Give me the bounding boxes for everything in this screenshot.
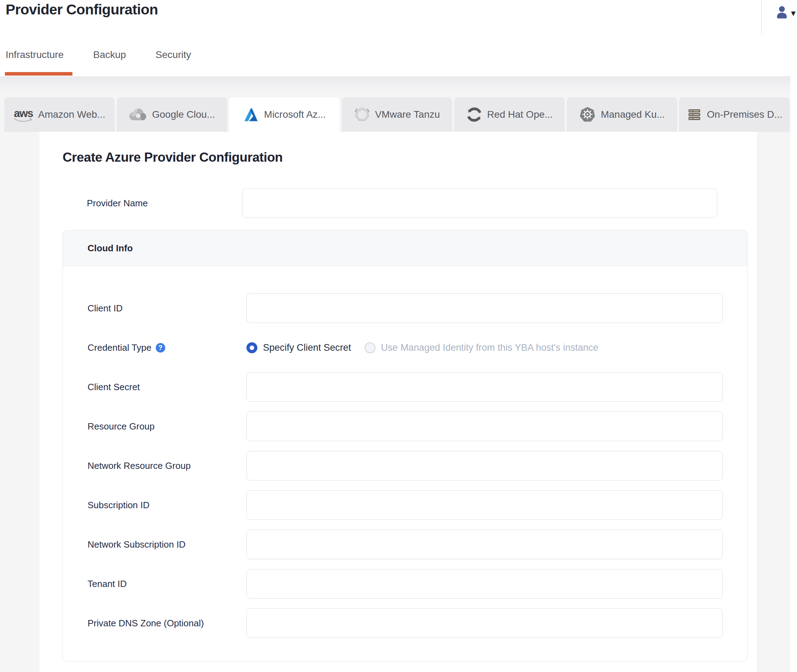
private-dns-zone-row: Private DNS Zone (Optional) bbox=[88, 608, 723, 638]
client-id-label: Client ID bbox=[88, 303, 246, 314]
cloud-info-card: Cloud Info Client ID Credential Type ? S… bbox=[62, 230, 747, 661]
provider-name-row: Provider Name bbox=[87, 189, 717, 218]
page-title: Provider Configuration bbox=[6, 2, 158, 18]
provider-tab-kubernetes[interactable]: Managed Ku... bbox=[567, 98, 677, 132]
cloud-info-title: Cloud Info bbox=[88, 243, 133, 254]
radio-selected-icon[interactable] bbox=[246, 342, 257, 353]
server-rack-icon bbox=[687, 107, 702, 122]
credential-type-row: Credential Type ? Specify Client Secret … bbox=[88, 333, 723, 362]
cloud-info-body: Client ID Credential Type ? Specify Clie… bbox=[63, 266, 747, 638]
radio-use-managed-identity: Use Managed Identity from this YBA host'… bbox=[365, 342, 599, 353]
tenant-id-row: Tenant ID bbox=[88, 569, 723, 598]
network-resource-group-input[interactable] bbox=[246, 451, 723, 480]
user-icon bbox=[774, 16, 790, 21]
client-secret-row: Client Secret bbox=[88, 372, 723, 402]
credential-type-label: Credential Type ? bbox=[88, 342, 246, 353]
subscription-id-label: Subscription ID bbox=[88, 500, 246, 511]
client-id-row: Client ID bbox=[88, 293, 723, 323]
resource-group-input[interactable] bbox=[246, 411, 723, 441]
network-resource-group-label: Network Resource Group bbox=[88, 461, 246, 471]
network-resource-group-row: Network Resource Group bbox=[88, 451, 723, 480]
form-heading: Create Azure Provider Configuration bbox=[62, 150, 283, 165]
provider-tab-gcp[interactable]: Google Clou... bbox=[117, 98, 227, 132]
vmware-tanzu-icon bbox=[354, 107, 370, 123]
provider-tab-aws[interactable]: aws Amazon Web... bbox=[4, 98, 115, 132]
user-menu-caret-icon[interactable]: ▾ bbox=[791, 8, 795, 19]
provider-tab-label: Google Clou... bbox=[152, 109, 215, 120]
client-id-input[interactable] bbox=[246, 293, 723, 323]
network-subscription-id-input[interactable] bbox=[246, 530, 723, 559]
provider-tab-label: Amazon Web... bbox=[38, 109, 106, 120]
top-nav-tabs: Infrastructure Backup Security bbox=[6, 49, 191, 75]
provider-tab-strip: aws Amazon Web... Google Clou... Mi bbox=[4, 98, 790, 132]
azure-icon bbox=[243, 107, 259, 123]
tab-security[interactable]: Security bbox=[155, 49, 191, 75]
kubernetes-icon bbox=[579, 106, 596, 123]
tenant-id-input[interactable] bbox=[246, 569, 723, 598]
tab-backup[interactable]: Backup bbox=[93, 49, 126, 75]
provider-tab-onprem[interactable]: On-Premises D... bbox=[679, 98, 790, 132]
subscription-id-input[interactable] bbox=[246, 490, 723, 520]
provider-tab-azure[interactable]: Microsoft Az... bbox=[229, 98, 339, 132]
client-secret-label: Client Secret bbox=[88, 382, 246, 393]
radio-label: Use Managed Identity from this YBA host'… bbox=[381, 342, 599, 353]
provider-tab-label: On-Premises D... bbox=[707, 109, 783, 120]
resource-group-row: Resource Group bbox=[88, 411, 723, 441]
client-secret-input[interactable] bbox=[246, 372, 723, 402]
provider-tab-openshift[interactable]: Red Hat Ope... bbox=[454, 98, 565, 132]
radio-specify-client-secret[interactable]: Specify Client Secret bbox=[246, 342, 351, 353]
radio-label: Specify Client Secret bbox=[263, 342, 351, 353]
credential-type-label-text: Credential Type bbox=[88, 342, 152, 353]
header-shadow-band bbox=[0, 76, 790, 98]
provider-tab-label: Red Hat Ope... bbox=[487, 109, 553, 120]
provider-tab-label: VMware Tanzu bbox=[375, 109, 440, 120]
help-icon[interactable]: ? bbox=[156, 343, 165, 352]
provider-tab-vmware-tanzu[interactable]: VMware Tanzu bbox=[342, 98, 452, 132]
google-cloud-icon bbox=[129, 107, 147, 122]
network-subscription-id-row: Network Subscription ID bbox=[88, 530, 723, 559]
cloud-info-header: Cloud Info bbox=[63, 230, 747, 266]
radio-disabled-icon bbox=[365, 342, 376, 353]
network-subscription-id-label: Network Subscription ID bbox=[88, 539, 246, 550]
credential-type-radio-group: Specify Client Secret Use Managed Identi… bbox=[246, 342, 599, 353]
provider-name-label: Provider Name bbox=[87, 198, 242, 209]
user-menu-button[interactable] bbox=[774, 4, 790, 22]
tab-infrastructure[interactable]: Infrastructure bbox=[6, 49, 64, 75]
openshift-icon bbox=[466, 107, 482, 123]
provider-name-input[interactable] bbox=[242, 189, 717, 218]
aws-icon: aws bbox=[14, 109, 34, 123]
private-dns-zone-input[interactable] bbox=[246, 608, 723, 638]
resource-group-label: Resource Group bbox=[88, 421, 246, 432]
app-header: Provider Configuration ▾ Infrastructure … bbox=[0, 0, 797, 76]
provider-tab-label: Microsoft Az... bbox=[264, 109, 326, 120]
provider-config-panel: Create Azure Provider Configuration Prov… bbox=[39, 132, 757, 672]
private-dns-zone-label: Private DNS Zone (Optional) bbox=[88, 618, 246, 629]
subscription-id-row: Subscription ID bbox=[88, 490, 723, 520]
provider-tab-label: Managed Ku... bbox=[601, 109, 665, 120]
header-divider bbox=[761, 0, 762, 34]
tenant-id-label: Tenant ID bbox=[88, 579, 246, 589]
